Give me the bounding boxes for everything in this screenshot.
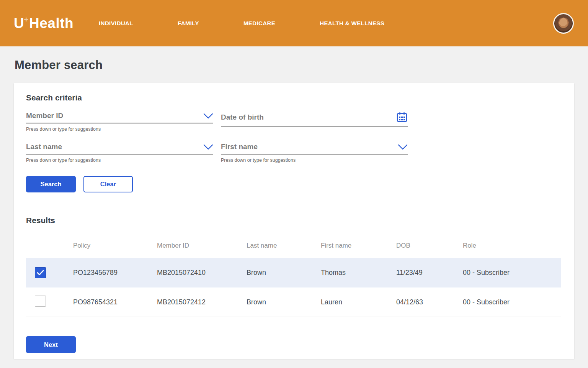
last-name-helper: Press down or type for suggestions <box>26 158 213 163</box>
chevron-down-icon[interactable] <box>203 113 213 119</box>
search-criteria-title: Search criteria <box>26 93 562 102</box>
uhealth-logo[interactable]: U+Health <box>14 16 74 30</box>
column-header-member-id: Member ID <box>157 242 247 250</box>
calendar-icon[interactable] <box>396 112 408 123</box>
clear-button[interactable]: Clear <box>83 176 133 192</box>
cell-last-name: Brown <box>247 298 321 306</box>
chevron-down-icon[interactable] <box>203 144 213 150</box>
column-header-policy: Policy <box>73 242 157 250</box>
row-checkbox[interactable] <box>35 296 46 307</box>
cell-first-name: Thomas <box>321 269 396 277</box>
logo-health: Health <box>29 16 74 30</box>
cell-last-name: Brown <box>247 269 321 277</box>
nav-item-individual[interactable]: INDIVIDUAL <box>99 20 133 26</box>
page-title: Member search <box>15 58 588 72</box>
member-id-helper: Press down or type for suggestions <box>26 127 213 132</box>
cell-policy: PO123456789 <box>73 269 157 277</box>
next-button[interactable]: Next <box>26 336 76 353</box>
table-header-row: Policy Member ID Last name First name DO… <box>26 233 561 258</box>
first-name-helper: Press down or type for suggestions <box>221 158 408 163</box>
search-criteria-section: Search criteria Member ID Press down or … <box>14 83 574 205</box>
last-name-input[interactable]: Last name <box>26 143 213 154</box>
search-button[interactable]: Search <box>26 176 76 192</box>
next-row: Next <box>26 336 562 353</box>
nav-item-family[interactable]: FAMILY <box>178 20 199 26</box>
cell-policy: PO987654321 <box>73 298 157 306</box>
nav-item-health-wellness[interactable]: HEALTH & WELLNESS <box>320 20 384 26</box>
results-title: Results <box>26 216 562 225</box>
nav-item-medicare[interactable]: MEDICARE <box>243 20 275 26</box>
results-section: Results Policy Member ID Last name First… <box>14 205 574 359</box>
table-row[interactable]: PO987654321 MB2015072412 Brown Lauren 04… <box>26 288 561 317</box>
avatar[interactable] <box>553 13 574 34</box>
last-name-label: Last name <box>26 143 62 151</box>
app-header: U+Health INDIVIDUAL FAMILY MEDICARE HEAL… <box>0 0 588 46</box>
cell-member-id: MB2015072412 <box>157 298 247 306</box>
search-buttons: Search Clear <box>26 176 562 192</box>
results-table: Policy Member ID Last name First name DO… <box>26 233 561 317</box>
column-header-first-name: First name <box>321 242 396 250</box>
cell-dob: 11/23/49 <box>396 269 463 277</box>
logo-u: U <box>14 16 24 30</box>
main-nav: INDIVIDUAL FAMILY MEDICARE HEALTH & WELL… <box>99 20 384 26</box>
column-header-dob: DOB <box>396 242 463 250</box>
first-name-label: First name <box>221 143 258 151</box>
column-header-last-name: Last name <box>247 242 321 250</box>
member-search-card: Search criteria Member ID Press down or … <box>14 83 574 359</box>
cell-role: 00 - Subscriber <box>463 298 561 306</box>
search-fields: Member ID Press down or type for suggest… <box>26 112 562 163</box>
member-id-input[interactable]: Member ID <box>26 112 213 123</box>
cell-member-id: MB2015072410 <box>157 269 247 277</box>
table-row[interactable]: PO123456789 MB2015072410 Brown Thomas 11… <box>26 258 561 288</box>
row-checkbox[interactable] <box>35 267 46 278</box>
first-name-field: First name Press down or type for sugges… <box>221 143 408 163</box>
dob-label: Date of birth <box>221 113 264 122</box>
member-id-label: Member ID <box>26 112 63 120</box>
chevron-down-icon[interactable] <box>398 144 408 150</box>
cell-first-name: Lauren <box>321 298 396 306</box>
cell-dob: 04/12/63 <box>396 298 463 306</box>
member-id-field: Member ID Press down or type for suggest… <box>26 112 213 132</box>
dob-input[interactable]: Date of birth <box>221 112 408 127</box>
first-name-input[interactable]: First name <box>221 143 408 154</box>
column-header-role: Role <box>463 242 561 250</box>
logo-plus-icon: + <box>24 15 29 23</box>
cell-role: 00 - Subscriber <box>463 269 561 277</box>
dob-field: Date of birth <box>221 112 408 132</box>
last-name-field: Last name Press down or type for suggest… <box>26 143 213 163</box>
